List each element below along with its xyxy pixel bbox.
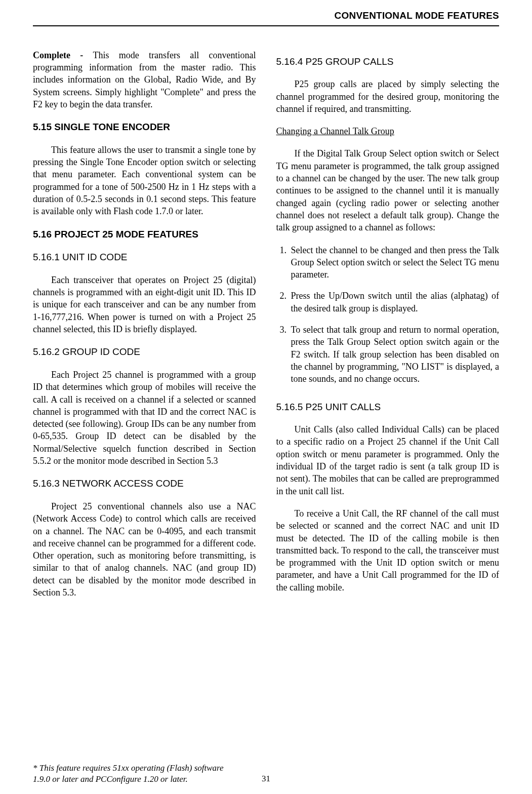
para-complete: Complete - This mode transfers all conve… [33, 49, 256, 110]
para-5-16-5-a: Unit Calls (also called Individual Calls… [276, 423, 500, 497]
para-5-15: This feature allows the user to transmit… [33, 144, 256, 218]
para-5-16-4: P25 group calls are placed by simply sel… [276, 78, 500, 115]
complete-label: Complete - [33, 50, 93, 60]
para-change-intro: If the Digital Talk Group Select option … [276, 147, 500, 233]
list-item: To select that talk group and return to … [289, 324, 500, 385]
heading-5-16-1: 5.16.1 UNIT ID CODE [33, 251, 256, 264]
page-header: CONVENTIONAL MODE FEATURES [33, 0, 499, 26]
heading-5-15: 5.15 SINGLE TONE ENCODER [33, 121, 256, 134]
page-number: 31 [0, 773, 532, 785]
left-column: Complete - This mode transfers all conve… [33, 49, 256, 609]
steps-list: Select the channel to be changed and the… [276, 244, 500, 385]
para-5-16-2: Each Project 25 channel is programmed wi… [33, 369, 256, 467]
heading-5-16-2: 5.16.2 GROUP ID CODE [33, 345, 256, 359]
subhead-changing-talk-group: Changing a Channel Talk Group [276, 125, 500, 137]
heading-5-16-4: 5.16.4 P25 GROUP CALLS [276, 55, 500, 68]
heading-5-16: 5.16 PROJECT 25 MODE FEATURES [33, 228, 256, 241]
list-item: Select the channel to be changed and the… [289, 244, 500, 281]
heading-5-16-3: 5.16.3 NETWORK ACCESS CODE [33, 477, 256, 490]
right-column: 5.16.4 P25 GROUP CALLS P25 group calls a… [276, 49, 500, 609]
para-5-16-5-b: To receive a Unit Call, the RF channel o… [276, 507, 500, 593]
para-5-16-3: Project 25 conventional channels also us… [33, 500, 256, 599]
para-5-16-1: Each transceiver that operates on Projec… [33, 274, 256, 335]
page: CONVENTIONAL MODE FEATURES Complete - Th… [0, 0, 532, 794]
content-columns: Complete - This mode transfers all conve… [33, 49, 499, 609]
heading-5-16-5: 5.16.5 P25 UNIT CALLS [276, 401, 500, 414]
list-item: Press the Up/Down switch until the alias… [289, 290, 500, 314]
